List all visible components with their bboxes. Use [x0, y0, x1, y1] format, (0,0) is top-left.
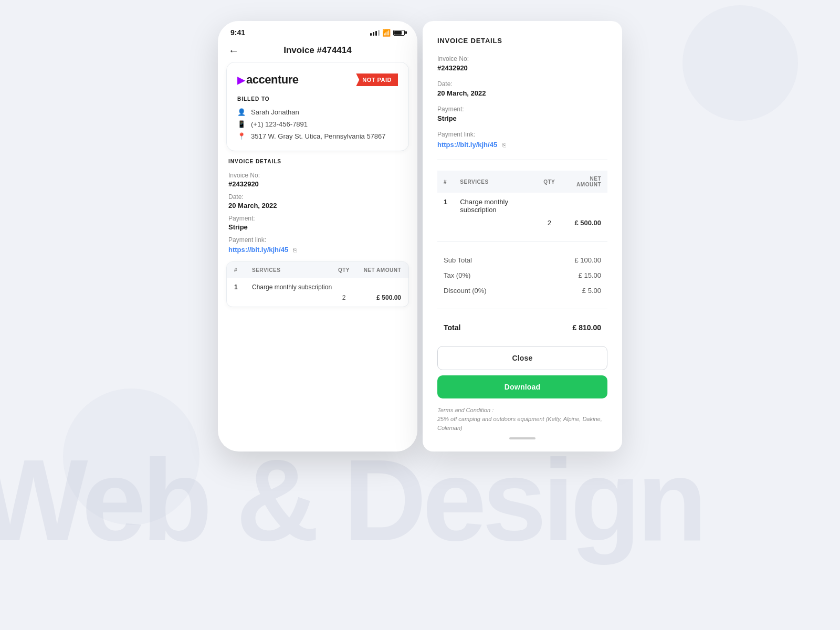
download-button[interactable]: Download	[437, 375, 607, 398]
payment-value: Stripe	[228, 223, 407, 231]
phone-icon: 📱	[237, 120, 246, 128]
panel-invoice-no-row: Invoice No: #2432920	[437, 55, 607, 72]
date-row: Date: 20 March, 2022	[228, 193, 407, 209]
person-icon: 👤	[237, 108, 246, 116]
main-container: 9:41 📶 ← Invoice #474414 ▶	[0, 0, 840, 452]
panel-date-value: 20 March, 2022	[437, 89, 607, 97]
panel-th-num: #	[437, 171, 454, 193]
scroll-indicator	[509, 437, 536, 439]
phone-content: ▶ accenture NOT PAID BILLED TO 👤 Sarah J…	[218, 62, 417, 318]
invoice-card: ▶ accenture NOT PAID BILLED TO 👤 Sarah J…	[226, 62, 409, 151]
desktop-panel: INVOICE DETAILS Invoice No: #2432920 Dat…	[423, 21, 622, 452]
panel-service-qty-empty	[537, 193, 561, 219]
billed-address-row: 📍 3517 W. Gray St. Utica, Pennsylvania 5…	[237, 132, 398, 140]
invoice-no-label: Invoice No:	[228, 172, 407, 179]
payment-label: Payment:	[228, 215, 407, 222]
terms-section: Terms and Condition : 25% off camping an…	[437, 407, 607, 432]
billed-info: 👤 Sarah Jonathan 📱 (+1) 123-456-7891 📍 3…	[237, 108, 398, 140]
status-icons: 📶	[370, 29, 405, 37]
wifi-icon: 📶	[382, 29, 391, 37]
invoice-details-section: INVOICE DETAILS Invoice No: #2432920 Dat…	[226, 159, 409, 254]
service-qty: 2	[331, 294, 357, 301]
panel-date-label: Date:	[437, 80, 607, 88]
payment-link-row: Payment link: https://bit.ly/kjh/45 ⎘	[228, 236, 407, 254]
date-label: Date:	[228, 193, 407, 201]
total-label: Total	[444, 323, 460, 332]
payment-link-label: Payment link:	[228, 236, 407, 244]
service-qty-amount: 2 £ 500.00	[234, 294, 401, 301]
billed-phone: (+1) 123-456-7891	[251, 120, 308, 128]
panel-date-row: Date: 20 March, 2022	[437, 80, 607, 97]
total-divider	[437, 309, 607, 309]
phone-header: ← Invoice #474414	[218, 41, 417, 62]
panel-invoice-details-title: INVOICE DETAILS	[437, 37, 607, 45]
panel-payment-link-row: Payment link: https://bit.ly/kjh/45 ⎘	[437, 131, 607, 149]
panel-service-qty-row: 2 £ 500.00	[437, 219, 607, 231]
signal-icon	[370, 30, 380, 36]
discount-label: Discount (0%)	[444, 287, 487, 295]
discount-value: £ 5.00	[582, 287, 601, 295]
panel-service-name: Charge monthly subscription	[454, 193, 537, 219]
panel-th-services: SERVICES	[454, 171, 537, 193]
panel-service-name-row: 1 Charge monthly subscription	[437, 193, 607, 219]
panel-qty-num-empty	[437, 219, 454, 231]
terms-label: Terms and Condition :	[437, 407, 607, 413]
table-row: 1 Charge monthly subscription 2 £ 500.00	[227, 278, 408, 307]
phone-frame: 9:41 📶 ← Invoice #474414 ▶	[218, 21, 417, 452]
tax-label: Tax (0%)	[444, 271, 470, 279]
battery-icon	[393, 30, 405, 36]
service-amount: £ 500.00	[359, 294, 401, 301]
payment-status-badge: NOT PAID	[356, 74, 398, 86]
panel-invoice-no-label: Invoice No:	[437, 55, 607, 62]
panel-invoice-no-value: #2432920	[437, 64, 607, 72]
subtotal-row: Sub Total £ 100.00	[437, 253, 607, 268]
panel-services-table: # SERVICES QTY NET AMOUNT 1 Charge month…	[437, 171, 607, 231]
panel-copy-icon[interactable]: ⎘	[502, 142, 506, 148]
panel-payment-value: Stripe	[437, 114, 607, 122]
tax-value: £ 15.00	[579, 271, 601, 279]
subtotal-value: £ 100.00	[574, 256, 601, 264]
status-bar: 9:41 📶	[218, 21, 417, 41]
panel-service-amount-empty	[561, 193, 607, 219]
invoice-no-row: Invoice No: #2432920	[228, 172, 407, 188]
billed-name: Sarah Jonathan	[251, 108, 299, 116]
tax-row: Tax (0%) £ 15.00	[437, 268, 607, 283]
panel-th-qty: QTY	[537, 171, 561, 193]
invoice-details-title: INVOICE DETAILS	[228, 159, 407, 164]
phone-title: Invoice #474414	[284, 45, 351, 56]
payment-row: Payment: Stripe	[228, 215, 407, 231]
totals-section: Sub Total £ 100.00 Tax (0%) £ 15.00 Disc…	[437, 253, 607, 335]
total-value: £ 810.00	[573, 323, 602, 332]
billed-phone-row: 📱 (+1) 123-456-7891	[237, 120, 398, 128]
payment-link[interactable]: https://bit.ly/kjh/45	[228, 246, 288, 254]
panel-service-qty: 2	[537, 219, 561, 231]
company-name: accenture	[246, 73, 298, 87]
grand-total-row: Total £ 810.00	[437, 320, 607, 335]
billed-address: 3517 W. Gray St. Utica, Pennsylvania 578…	[251, 132, 386, 140]
panel-service-num: 1	[437, 193, 454, 219]
panel-payment-link[interactable]: https://bit.ly/kjh/45	[437, 141, 497, 149]
close-button[interactable]: Close	[437, 346, 607, 370]
panel-table-header-row: # SERVICES QTY NET AMOUNT	[437, 171, 607, 193]
th-qty: QTY	[331, 267, 357, 273]
billed-name-row: 👤 Sarah Jonathan	[237, 108, 398, 116]
invoice-no-value: #2432920	[228, 180, 407, 188]
panel-qty-service-empty	[454, 219, 537, 231]
copy-icon[interactable]: ⎘	[293, 247, 297, 253]
subtotal-label: Sub Total	[444, 256, 472, 264]
service-name: Charge monthly subscription	[252, 284, 401, 291]
status-time: 9:41	[230, 28, 245, 37]
service-name-row: 1 Charge monthly subscription	[234, 284, 401, 291]
back-button[interactable]: ←	[228, 45, 239, 57]
panel-th-amount: NET AMOUNT	[561, 171, 607, 193]
panel-service-amount: £ 500.00	[561, 219, 607, 231]
location-icon: 📍	[237, 132, 246, 140]
panel-payment-link-label: Payment link:	[437, 131, 607, 138]
divider-2	[437, 242, 607, 242]
table-header-mobile: # SERVICES QTY NET AMOUNT	[227, 262, 408, 278]
panel-payment-row: Payment: Stripe	[437, 106, 607, 122]
divider	[437, 160, 607, 160]
th-services: SERVICES	[252, 267, 329, 273]
discount-row: Discount (0%) £ 5.00	[437, 283, 607, 298]
logo-arrow: ▶	[237, 74, 245, 86]
